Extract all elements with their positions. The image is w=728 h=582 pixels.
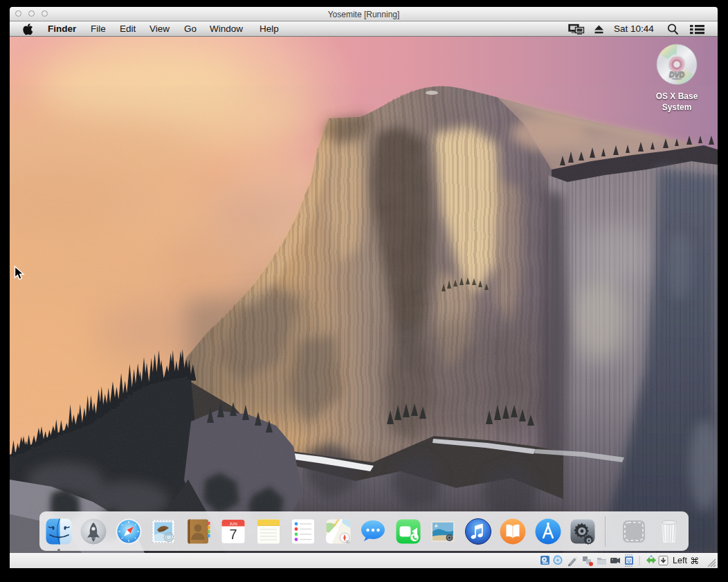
svg-text:7: 7 [229, 527, 237, 542]
svg-text:JUN: JUN [229, 522, 237, 526]
svg-text:U: U [627, 558, 630, 563]
svg-text:3D: 3D [345, 540, 350, 544]
svg-text:⌘: ⌘ [690, 556, 699, 566]
svg-text:Left: Left [673, 556, 687, 565]
svg-text:DVD: DVD [669, 70, 685, 78]
